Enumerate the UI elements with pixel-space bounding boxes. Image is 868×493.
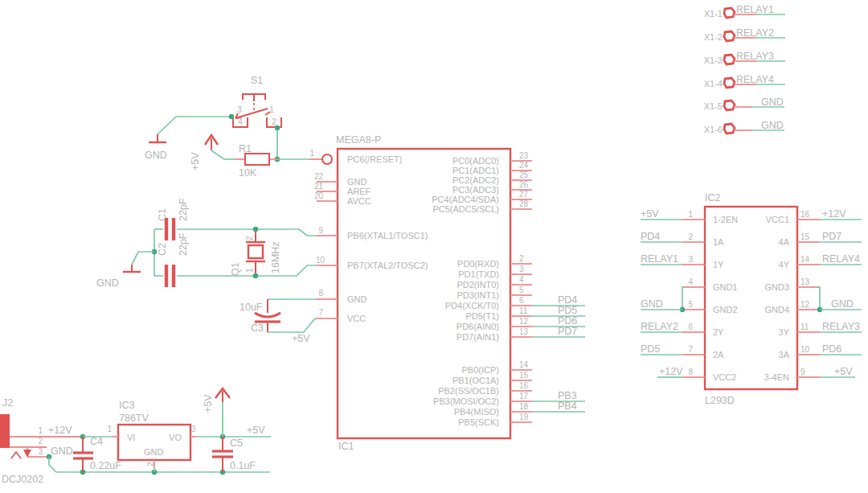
junction-dot	[253, 227, 258, 232]
terminal-pad[interactable]	[724, 78, 735, 88]
capacitor-c4[interactable]: C4 0.22uF	[73, 436, 121, 472]
net-label: +12V	[659, 366, 683, 377]
ic-ref: IC2	[705, 192, 721, 203]
supply-5v-symbol[interactable]: +5V	[190, 135, 218, 170]
net-label: RELAY4	[736, 74, 774, 85]
ic1-net-labels: PD4 PD5 PD6 PD7 PB3 PB4	[532, 294, 585, 412]
cap-ref: C1	[157, 208, 168, 221]
pin-name: GND	[144, 447, 164, 457]
pin-number: 1	[688, 210, 693, 219]
pin-name: GND1	[713, 282, 738, 292]
ic-ref: IC1	[338, 441, 354, 452]
pin-number: 21	[314, 182, 324, 191]
pin-number: 8	[688, 368, 693, 376]
pin-number: 9	[800, 368, 805, 376]
capacitor-c3[interactable]: 10uF C3	[240, 299, 280, 334]
pin-number: 16	[519, 381, 529, 390]
supply-5v-symbol[interactable]: +5V	[203, 388, 230, 413]
pin-name: GND4	[764, 305, 789, 314]
pin-name: 2A	[713, 350, 724, 359]
pin-name: 1A	[713, 237, 724, 247]
net-wire	[177, 229, 317, 236]
net-wire	[682, 287, 685, 310]
pin-name: GND	[347, 294, 367, 304]
jack-value: DCJ0202	[2, 474, 43, 485]
resistor-body-icon	[245, 154, 269, 165]
pin-number: 15	[519, 371, 529, 380]
pin-name: PB2(SS/OC1B)	[438, 386, 499, 396]
net-wire	[158, 117, 176, 134]
pin-number: 2	[519, 254, 524, 263]
pin-number: 7	[318, 308, 323, 317]
pin-name: PB7(XTAL2/TOSC2)	[347, 261, 428, 270]
pin-number: 14	[800, 255, 810, 264]
ic2-l293d[interactable]: IC2 L293D 1 1-2EN 2 1A 3 1Y 4 GND1 5 GND…	[682, 192, 820, 406]
pin-name: PB6(XTAL1/TOSC1)	[347, 231, 428, 240]
pin-number: 22	[314, 172, 324, 181]
terminal-pad[interactable]	[724, 101, 735, 110]
gnd-symbol[interactable]: GND	[96, 265, 141, 289]
schematic-svg: X1-1 RELAY1 X1-2 RELAY2 X1-3 RELAY3 X1-4…	[0, 0, 868, 493]
pin-name: GND	[347, 177, 367, 187]
net-label: PD7	[822, 231, 841, 242]
pin-name: PD4(XCK/T0)	[445, 301, 499, 310]
terminal-pad[interactable]	[724, 55, 735, 64]
pin-number: 16	[800, 210, 810, 219]
cap-value: 22pF	[178, 232, 189, 256]
pin-number: 13	[800, 277, 810, 286]
switch-pin-number: 2	[272, 117, 276, 126]
switch-s1[interactable]: S1 3 4 1 2	[233, 75, 281, 127]
connector-x1[interactable]: X1-1 RELAY1 X1-2 RELAY2 X1-3 RELAY3 X1-4…	[704, 4, 785, 134]
crystal-q1[interactable]: 2 1 Q1 16MHz	[230, 229, 281, 276]
pin-number: 1	[38, 426, 43, 435]
net-label: PB3	[558, 390, 577, 401]
pin-number: 2	[688, 232, 693, 241]
pin-name: PC6(/RESET)	[347, 154, 402, 164]
pin-name: GND2	[713, 305, 738, 314]
net-label: GND	[641, 298, 663, 310]
pin-number: 9	[318, 226, 323, 235]
net-label: PD7	[558, 326, 577, 337]
terminal-pad[interactable]	[724, 31, 735, 41]
pin-number: 3	[688, 255, 693, 264]
crystal-ref: Q1	[230, 262, 241, 276]
connector-pin-ref: X1-4	[704, 79, 723, 88]
pin-name: PC2(ADC2)	[452, 175, 499, 185]
resistor-r1[interactable]: R1 10K	[235, 143, 279, 179]
terminal-pad[interactable]	[724, 124, 735, 134]
cap-value: 22pF	[178, 198, 189, 221]
pin-name: PD2(INT0)	[457, 280, 499, 290]
switch-pin-number: 3	[237, 105, 242, 114]
capacitor-c2[interactable]: C2 22pF	[154, 232, 189, 287]
net-label: GND	[761, 120, 784, 131]
capacitor-c5[interactable]: C5 0.1uF	[212, 437, 256, 472]
connector-pin-ref: X1-1	[704, 9, 723, 18]
ic-body[interactable]	[705, 207, 797, 389]
terminal-pad[interactable]	[724, 8, 735, 18]
gnd-label: GND	[96, 277, 119, 289]
cap-ref: C5	[230, 438, 243, 449]
pin-name: PC3(ADC3)	[452, 185, 499, 195]
pin-name: 3A	[779, 350, 790, 359]
connector-pin-ref: X1-6	[704, 125, 723, 134]
cap-value: 0.22uF	[90, 460, 121, 471]
pin-name: PB3(MOSI/OC2)	[433, 396, 499, 406]
net-label: PD4	[558, 294, 577, 306]
ic2-net-labels: +5V PD4 RELAY1 GND RELAY2 PD5 +12V +12V …	[641, 208, 862, 377]
net-label: PD5	[558, 305, 577, 316]
pin-name: 4Y	[779, 260, 790, 269]
pin-name: PB4(MISO)	[454, 407, 499, 417]
connector-pin-ref: X1-5	[704, 101, 723, 111]
pin-name: GND3	[764, 282, 789, 292]
switch-pin-number: 1	[269, 105, 274, 114]
resistor-ref: R1	[239, 143, 252, 154]
pin-name: PB1(OC1A)	[452, 376, 499, 385]
pin-name: VCC2	[713, 372, 736, 382]
pin-name: PC4(ADC4/SDA)	[432, 195, 499, 204]
cap-ref: C2	[157, 243, 168, 256]
ic1-mega8p[interactable]: MEGA8-P IC1 1 PC6(/RESET) 22 GND 21 AREF…	[309, 134, 532, 452]
supply-label: +5V	[203, 394, 214, 413]
gnd-symbol[interactable]: GND	[145, 134, 167, 161]
pin-name: VCC	[347, 314, 366, 323]
pin-number: 5	[688, 300, 693, 309]
